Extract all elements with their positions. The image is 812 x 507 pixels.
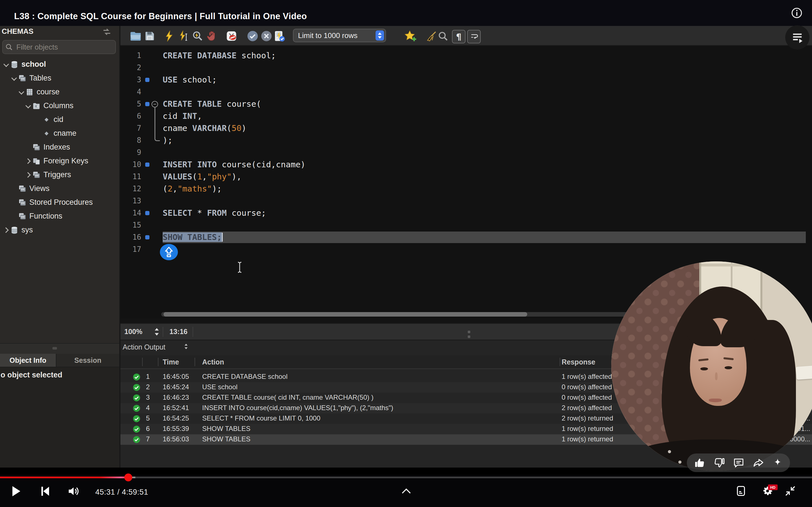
dislike-button[interactable] [714, 458, 725, 468]
code-line-13[interactable]: 13 [120, 195, 812, 207]
chevron-down-icon[interactable] [11, 75, 17, 82]
tab-object-info[interactable]: Object Info [0, 354, 56, 367]
chevron-down-icon[interactable] [25, 103, 32, 109]
filter-objects-input[interactable] [16, 43, 115, 52]
volume-button[interactable] [67, 486, 80, 497]
commit-button[interactable] [246, 30, 259, 42]
row-response: 2 row(s) returned [562, 414, 613, 422]
refresh-schemas-icon[interactable] [102, 27, 112, 37]
row-action: USE school [202, 383, 238, 391]
sidebar-item-triggers[interactable]: Triggers [0, 168, 119, 182]
row-response: 1 row(s) affected [562, 373, 612, 381]
filter-objects-field[interactable] [2, 40, 116, 54]
column-header-response[interactable]: Response [562, 358, 595, 366]
play-button[interactable] [11, 486, 21, 497]
miniplayer-button[interactable] [735, 485, 747, 497]
code-line-15[interactable]: 15 [120, 219, 812, 231]
tab-session[interactable]: Session [56, 354, 119, 367]
save-snippet-button[interactable] [404, 30, 416, 42]
execute-current-button[interactable] [177, 30, 190, 42]
code-line-5[interactable]: 5CREATE TABLE course( [120, 98, 812, 110]
code-text: ); [163, 134, 172, 147]
code-text: VALUES(1,"phy"), [163, 171, 241, 183]
sidebar-item-stored-procedures[interactable]: Stored Procedures [0, 195, 119, 209]
previous-button[interactable] [40, 486, 51, 497]
share-button[interactable] [753, 457, 764, 468]
like-button[interactable] [694, 458, 705, 468]
splitter-handle[interactable] [52, 347, 57, 349]
action-output-selector-icon[interactable] [184, 342, 189, 351]
line-number: 13 [120, 195, 141, 207]
code-line-6[interactable]: 6cid INT, [120, 110, 812, 122]
code-line-14[interactable]: 14SELECT * FROM course; [120, 207, 812, 219]
column-header-action[interactable]: Action [202, 358, 224, 366]
chevron-right-icon[interactable] [25, 172, 32, 178]
limit-rows-dropdown[interactable]: Limit to 1000 rows [293, 29, 386, 42]
find-button[interactable] [437, 30, 449, 42]
statement-marker-icon [145, 211, 149, 215]
chevron-up-icon[interactable] [401, 487, 412, 495]
progress-scrubber[interactable] [124, 473, 132, 482]
open-script-button[interactable] [130, 30, 142, 42]
explain-plan-button[interactable] [192, 30, 204, 42]
chevron-right-icon[interactable] [25, 158, 32, 165]
code-line-3[interactable]: 3USE school; [120, 74, 812, 86]
sidebar-item-tables[interactable]: Tables [0, 71, 119, 85]
line-number: 5 [120, 98, 141, 110]
show-invisibles-button[interactable]: ¶ [452, 30, 465, 43]
code-line-10[interactable]: 10INSERT INTO course(cid,cname) [120, 159, 812, 171]
limit-rows-value: Limit to 1000 rows [294, 31, 375, 40]
rollback-button[interactable] [260, 30, 273, 42]
line-number: 14 [120, 207, 141, 219]
exit-fullscreen-button[interactable] [784, 485, 796, 497]
execute-button[interactable] [163, 30, 175, 42]
sidebar-item-cname[interactable]: cname [0, 126, 119, 140]
progress-bar[interactable] [0, 476, 812, 478]
sidebar-item-school[interactable]: school [0, 57, 119, 71]
code-line-2[interactable]: 2 [120, 62, 812, 74]
code-line-9[interactable]: 9 [120, 147, 812, 159]
beautify-button[interactable] [425, 30, 438, 42]
horizontal-scrollbar-thumb[interactable] [163, 312, 527, 317]
sidebar-item-course[interactable]: course [0, 85, 119, 99]
line-number: 1 [120, 50, 141, 62]
toggle-autocommit-button[interactable] [273, 30, 286, 42]
toggle-stop-on-error-button[interactable] [225, 30, 238, 42]
toggle-wrap-button[interactable] [467, 30, 481, 43]
row-response: 2 row(s) affected [562, 404, 612, 412]
code-line-12[interactable]: 12(2,"maths"); [120, 183, 812, 195]
code-line-8[interactable]: 8); [120, 134, 812, 147]
foreign-key-icon [32, 157, 41, 166]
sidebar-item-label: Triggers [43, 170, 71, 179]
comment-button[interactable] [733, 457, 744, 468]
sidebar-item-cid[interactable]: cid [0, 113, 119, 126]
info-icon[interactable] [791, 7, 802, 18]
code-line-7[interactable]: 7cname VARCHAR(50) [120, 122, 812, 134]
panel-splitter-handle[interactable] [468, 331, 470, 340]
sidebar-item-foreign-keys[interactable]: Foreign Keys [0, 154, 119, 168]
chevron-down-icon[interactable] [18, 89, 25, 96]
zoom-stepper-icon[interactable] [154, 327, 160, 338]
save-script-button[interactable] [144, 30, 156, 42]
line-number: 2 [120, 62, 141, 74]
sidebar-item-views[interactable]: Views [0, 182, 119, 195]
chevron-down-icon[interactable] [3, 61, 10, 68]
sidebar-item-functions[interactable]: Functions [0, 209, 119, 223]
sparkle-icon[interactable] [772, 458, 783, 468]
code-fold-icon[interactable] [151, 100, 159, 108]
code-line-17[interactable]: 17 [120, 243, 812, 256]
sidebar-toggle-button[interactable] [785, 25, 809, 50]
code-line-4[interactable]: 4 [120, 86, 812, 98]
chevron-right-icon[interactable] [3, 227, 10, 233]
sidebar-item-sys[interactable]: sys [0, 223, 119, 237]
sidebar-item-indexes[interactable]: Indexes [0, 140, 119, 154]
row-action: CREATE TABLE course( cid INT, cname VARC… [202, 393, 373, 401]
line-number: 17 [120, 243, 141, 256]
stop-query-button[interactable] [206, 30, 218, 42]
code-line-11[interactable]: 11VALUES(1,"phy"), [120, 171, 812, 183]
sidebar-item-columns[interactable]: Columns [0, 99, 119, 113]
sidebar-splitter[interactable] [0, 343, 119, 354]
code-line-16[interactable]: 16SHOW TABLES; [120, 231, 812, 243]
column-header-time[interactable]: Time [163, 358, 179, 366]
code-line-1[interactable]: 1CREATE DATABASE school; [120, 50, 812, 62]
